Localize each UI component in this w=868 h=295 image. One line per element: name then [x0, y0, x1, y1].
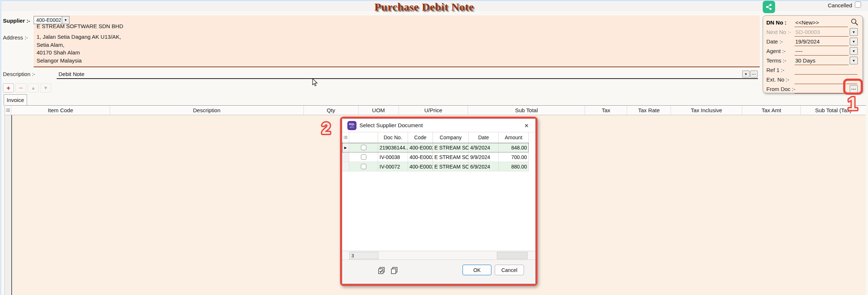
- description-input[interactable]: Debit Note: [59, 71, 84, 77]
- column-header-uprice[interactable]: U/Price: [399, 106, 468, 115]
- date-dropdown-button[interactable]: ▼: [850, 38, 858, 45]
- dialog-column-amount[interactable]: Amount: [499, 132, 529, 143]
- amount-cell: 848.00: [499, 143, 529, 152]
- supplier-dropdown-button[interactable]: ▼: [62, 16, 69, 24]
- row-checkbox[interactable]: [361, 145, 366, 150]
- row-list-icon: [5, 108, 10, 113]
- dialog-row-3[interactable]: IV-00072 400-E0002 E STREAM SOF... 6/9/2…: [342, 162, 529, 171]
- dialog-title: Select Supplier Document: [359, 122, 423, 128]
- from-doc-underline: [795, 93, 849, 94]
- doc-no-cell: IV-00038: [378, 152, 408, 162]
- description-dropdown-button[interactable]: ▼: [742, 71, 750, 77]
- column-header-subtotal-tax[interactable]: Sub Total (Tax): [801, 106, 866, 115]
- close-icon[interactable]: ✕: [522, 121, 531, 130]
- terms-value[interactable]: 30 Days: [795, 57, 815, 64]
- dialog-column-doc-no[interactable]: Doc No.: [378, 132, 408, 143]
- agent-value[interactable]: ----: [795, 48, 803, 54]
- chevron-down-icon: ▼: [852, 40, 856, 44]
- current-row-arrow-icon: ▶: [342, 143, 349, 152]
- row-checkbox[interactable]: [361, 154, 366, 160]
- column-header-tax-inclusive[interactable]: Tax Inclusive: [671, 106, 742, 115]
- column-header-subtotal[interactable]: Sub Total: [468, 106, 585, 115]
- ext-no-label: Ext. No :-: [766, 76, 789, 83]
- column-header-tax[interactable]: Tax: [585, 106, 627, 115]
- app-logo-icon: SQLACC: [347, 121, 356, 130]
- ok-button[interactable]: OK: [463, 265, 491, 275]
- column-header-tax-amt[interactable]: Tax Amt: [742, 106, 801, 115]
- dialog-column-select[interactable]: [349, 132, 378, 143]
- address-line: Selangor Malaysia: [37, 57, 121, 65]
- dialog-row-1[interactable]: ▶ 219036144... 400-E0002 E STREAM SOF...…: [342, 143, 529, 152]
- ellipsis-icon: ...: [752, 71, 756, 75]
- horizontal-scrollbar-thumb[interactable]: [497, 252, 528, 259]
- annotation-ring-from-doc: [843, 79, 863, 95]
- terms-label: Terms :-: [766, 57, 786, 64]
- address-block[interactable]: 1, Jalan Setia Dagang AK U13/AK, Setia A…: [37, 33, 121, 64]
- amount-cell: 700.00: [499, 152, 529, 162]
- terms-row: Terms :- 30 Days ▼: [763, 56, 863, 65]
- dialog-column-company[interactable]: Company: [433, 132, 469, 143]
- dialog-column-code[interactable]: Code: [408, 132, 433, 143]
- dialog-gutter-header[interactable]: [342, 132, 349, 143]
- chevron-down-icon: ▼: [64, 18, 67, 22]
- column-header-tax-rate[interactable]: Tax Rate: [627, 106, 671, 115]
- dn-no-value[interactable]: <<New>>: [795, 19, 819, 26]
- remove-row-button[interactable]: −: [15, 83, 26, 92]
- dialog-titlebar[interactable]: SQLACC Select Supplier Document ✕: [342, 119, 535, 132]
- row-select-cell: [349, 143, 378, 152]
- column-header-description[interactable]: Description: [110, 106, 304, 115]
- next-no-dropdown-button[interactable]: ▼: [850, 28, 858, 36]
- cancelled-label: Cancelled: [828, 2, 852, 8]
- search-icon[interactable]: [850, 18, 859, 27]
- cancelled-checkbox[interactable]: [855, 1, 861, 8]
- share-icon: [765, 3, 773, 11]
- ref1-label: Ref 1 :-: [766, 67, 784, 73]
- chevron-down-icon: ▼: [744, 72, 748, 76]
- agent-dropdown-button[interactable]: ▼: [850, 47, 858, 55]
- row-list-icon: [343, 135, 348, 140]
- doc-no-cell: 219036144...: [378, 143, 408, 152]
- items-grid-header: Item Code Description Qty UOM U/Price Su…: [4, 105, 866, 115]
- deselect-all-icon[interactable]: [390, 267, 398, 275]
- grid-gutter-header[interactable]: [5, 106, 11, 115]
- move-row-down-button[interactable]: ▼: [40, 83, 51, 92]
- ref1-underline: [795, 74, 857, 75]
- terms-dropdown-button[interactable]: ▼: [850, 57, 858, 64]
- dialog-statusbar: 3: [342, 251, 535, 260]
- record-count: 3: [349, 252, 378, 259]
- agent-row: Agent :- ---- ▼: [763, 46, 863, 56]
- description-ellipsis-button[interactable]: ...: [750, 71, 758, 77]
- agent-label: Agent :-: [766, 48, 786, 54]
- doc-no-cell: IV-00072: [378, 162, 408, 171]
- column-header-uom[interactable]: UOM: [359, 106, 399, 115]
- select-all-icon[interactable]: [378, 267, 385, 275]
- address-line: Setia Alam,: [37, 41, 121, 49]
- app-window: Purchase Debit Note Supplier :- 400-E000…: [0, 0, 868, 295]
- description-label: Description :-: [3, 71, 35, 77]
- dialog-column-date[interactable]: Date: [469, 132, 499, 143]
- chevron-down-icon: ▼: [852, 59, 856, 63]
- terms-underline: [795, 65, 849, 65]
- column-header-qty[interactable]: Qty: [304, 106, 359, 115]
- move-row-up-button[interactable]: ▲: [28, 83, 39, 92]
- next-no-underline: [795, 36, 849, 37]
- next-no-row: Next No :- SD-00003 ▼: [763, 27, 863, 37]
- cancel-button[interactable]: Cancel: [495, 265, 524, 275]
- dn-no-row: DN No : <<New>>: [763, 18, 863, 27]
- address-line: 1, Jalan Setia Dagang AK U13/AK,: [37, 33, 121, 41]
- date-underline: [795, 46, 849, 46]
- tab-invoice[interactable]: Invoice: [4, 94, 27, 105]
- row-checkbox[interactable]: [361, 164, 366, 169]
- date-value[interactable]: 19/9/2024: [795, 38, 820, 45]
- window-left-edge: [0, 0, 1, 295]
- date-cell: 6/9/2024: [469, 162, 499, 171]
- date-cell: 4/9/2024: [469, 143, 499, 152]
- row-gutter-cell: [342, 162, 349, 171]
- share-button[interactable]: [763, 1, 775, 13]
- dn-no-underline: [795, 27, 848, 27]
- add-row-button[interactable]: +: [3, 83, 14, 92]
- row-select-cell: [349, 162, 378, 171]
- code-cell: 400-E0002: [408, 143, 433, 152]
- column-header-item-code[interactable]: Item Code: [11, 106, 110, 115]
- dialog-row-2[interactable]: IV-00038 400-E0002 E STREAM SOF... 9/9/2…: [342, 152, 529, 162]
